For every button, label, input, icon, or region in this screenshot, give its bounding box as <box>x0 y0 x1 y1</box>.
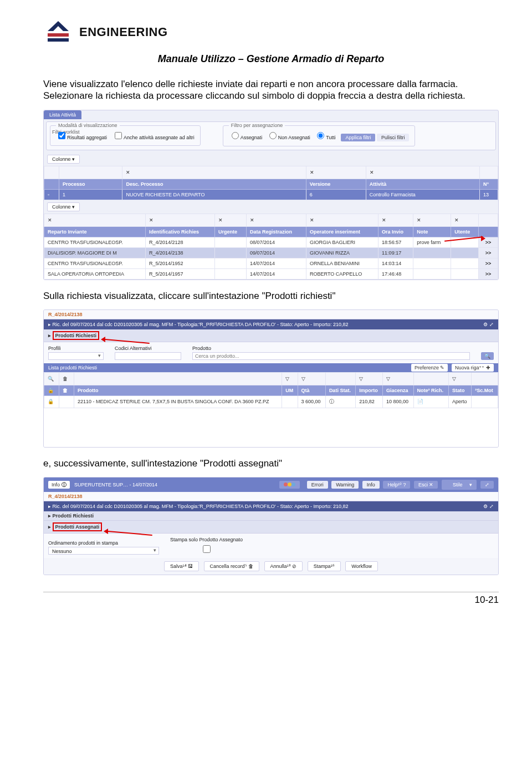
paragraph-1: Viene visualizzato l'elenco delle richie… <box>43 78 499 102</box>
col-desc[interactable]: Desc. Processo <box>122 179 306 189</box>
col-utente[interactable]: Utente <box>451 226 479 237</box>
tab-prodotti-richiesti[interactable]: ▸ Prodotti Richiesti <box>44 511 498 521</box>
request-header-bar[interactable]: ▸ Ric. del 09/07/2014 dal cdc D201020305… <box>44 319 498 329</box>
action-toolbar: Salva¹⁴ 🖫 Cancella record⁵ 🗑 Annulla¹⁸ ⊘… <box>44 558 498 575</box>
request-header-bar[interactable]: ▸ Ric. del 09/07/2014 dal cdc D201020305… <box>44 501 498 511</box>
info-icon[interactable]: ⓘ <box>325 395 355 408</box>
help-button[interactable]: Help¹⁰ ? <box>383 481 410 489</box>
label-prodotto: Prodotto <box>192 346 470 351</box>
save-button[interactable]: Salva¹⁴ 🖫 <box>164 561 199 571</box>
breadcrumb[interactable]: R_4/2014/2138 <box>44 492 498 501</box>
col-data[interactable]: Data Registrazion <box>247 226 306 237</box>
clear-filters-button[interactable]: Pulisci filtri <box>377 134 410 141</box>
screenshot-worklist: Lista Attività Filtri worklist Modalità … <box>43 110 499 280</box>
profili-select[interactable] <box>48 352 104 360</box>
status-dots <box>279 481 300 489</box>
user-label: SUPERUTENTE SUP… - 14/07/2014 <box>74 482 157 488</box>
col-stato[interactable]: Stato <box>448 385 471 395</box>
table-row[interactable]: CENTRO TRASFUSIONALEOSP.R_5/2014/1952 14… <box>44 258 498 268</box>
red-arrow-icon <box>101 333 151 338</box>
page-number: 10-21 <box>43 592 499 606</box>
col-n[interactable]: N° <box>480 179 498 189</box>
open-row-arrow-icon[interactable]: >> <box>479 258 498 268</box>
list-title: Lista prodotti Richiesti <box>48 365 97 370</box>
products-table: 🔍🗑▽▽▽▽▽ 🔒🗑 Prodotto UM Qtà Dati Stat. Im… <box>44 372 498 408</box>
col-prodotto[interactable]: Prodotto <box>74 385 282 395</box>
col-attivita[interactable]: Attività <box>366 179 479 189</box>
doc-header: ENGINEERING <box>43 20 499 44</box>
note-icon[interactable]: 📄 <box>413 395 448 408</box>
col-note[interactable]: Note <box>413 226 451 237</box>
breadcrumb[interactable]: R_4/2014/2138 <box>44 310 498 319</box>
errori-button[interactable]: Errori <box>307 481 328 489</box>
style-button[interactable]: Stile ▾ <box>442 480 477 490</box>
search-icon[interactable]: 🔍 <box>481 352 494 360</box>
table-row[interactable]: SALA OPERATORIA ORTOPEDIAR_5/2014/1957 1… <box>44 268 498 279</box>
col-dati[interactable]: Dati Stat. <box>325 385 355 395</box>
exit-button[interactable]: Esci ✕ <box>414 481 438 489</box>
expand-icon[interactable]: ⤢ <box>480 481 494 489</box>
label-ord: Ordinamento prodotti in stampa <box>48 540 159 546</box>
col-importo[interactable]: Importo <box>356 385 383 395</box>
screenshot-prodotti-assegnati: Info ⓘ SUPERUTENTE SUP… - 14/07/2014 Err… <box>43 477 499 575</box>
col-giacenza[interactable]: Giacenza <box>383 385 414 395</box>
warning-button[interactable]: Warning <box>331 481 359 489</box>
col-versione[interactable]: Versione <box>306 179 366 189</box>
radio-non-assegnati[interactable]: Non Assegnati <box>267 135 310 140</box>
preferences-button[interactable]: Preferenze ✎ <box>411 364 448 372</box>
label-profili: Profili <box>48 346 104 351</box>
info-button[interactable]: Info ⓘ <box>48 481 70 489</box>
cancel-button[interactable]: Annulla¹⁸ ⊘ <box>264 561 303 571</box>
open-row-arrow-icon[interactable]: >> <box>479 237 498 247</box>
red-arrow-icon <box>104 525 154 530</box>
open-row-arrow-icon[interactable]: >> <box>479 268 498 279</box>
col-processo[interactable]: Processo <box>59 179 122 189</box>
radio-tutti[interactable]: Tutti <box>314 135 335 140</box>
document-title: Manuale Utilizzo – Gestione Armadio di R… <box>43 53 499 65</box>
company-logo <box>43 20 74 44</box>
process-table: ✕✕✕ Processo Desc. Processo Versione Att… <box>44 166 498 200</box>
table-row[interactable]: CENTRO TRASFUSIONALEOSP.R_4/2014/2128 08… <box>44 237 498 247</box>
assign-legend: Filtro per assegnazione <box>229 123 285 128</box>
columns-button-2[interactable]: Colonne ▾ <box>47 202 80 211</box>
info-tab-button[interactable]: Info <box>362 481 380 489</box>
radio-assegnati[interactable]: Assegnati <box>229 135 263 140</box>
mode-legend: Modalità di visualizzazione <box>56 123 120 128</box>
lock-icon: 🔒 <box>44 395 59 408</box>
table-row[interactable]: 🔒 22110 - MEDICAZ STERILE CM. 7,5X7,5 IN… <box>44 395 498 408</box>
tab-prodotti-assegnati[interactable]: ▸ Prodotti Assegnati <box>44 521 498 534</box>
prodotto-search-input[interactable] <box>192 352 470 360</box>
gear-icon[interactable]: ⚙ ⤢ <box>483 504 494 509</box>
codici-input[interactable] <box>115 352 181 360</box>
delete-button[interactable]: Cancella record⁵ 🗑 <box>204 561 260 571</box>
apply-filters-button[interactable]: Applica filtri <box>341 134 375 141</box>
columns-button[interactable]: Colonne ▾ <box>47 155 80 164</box>
checkbox-aggregati[interactable]: Risultati aggregati <box>56 135 107 140</box>
tab-lista-attivita[interactable]: Lista Attività <box>44 110 81 119</box>
col-op[interactable]: Operatore inseriment <box>306 226 378 237</box>
print-button[interactable]: Stampa¹⁶ <box>308 561 341 571</box>
label-stampa-solo: Stampa solo Prodotto Assegnato <box>170 537 243 542</box>
col-scmot[interactable]: ²Sc.Mot <box>472 385 498 395</box>
table-row[interactable]: DIALISIOSP. MAGGIORE DI MR_4/2014/2138 0… <box>44 247 498 258</box>
col-ora[interactable]: Ora Invio <box>378 226 413 237</box>
new-row-button[interactable]: Nuova riga⁺⁺ ✚ <box>452 364 494 372</box>
col-urg[interactable]: Urgente <box>215 226 247 237</box>
col-id[interactable]: Identificativo Richies <box>146 226 215 237</box>
stampa-solo-checkbox[interactable] <box>172 545 241 553</box>
col-noterich[interactable]: Note² Rich. <box>413 385 448 395</box>
label-codici: Codici Alternativi <box>115 346 181 351</box>
paragraph-3: Sulla richiesta visualizzata, cliccare s… <box>43 290 499 302</box>
ord-select[interactable]: Nessuno <box>48 547 159 555</box>
gear-icon[interactable]: ⚙ ⤢ <box>483 322 494 327</box>
requests-table: ✕✕✕✕✕✕✕✕ Reparto Inviante Identificativo… <box>44 214 498 280</box>
col-um[interactable]: UM <box>282 385 298 395</box>
col-reparto[interactable]: Reparto Inviante <box>44 226 146 237</box>
open-row-arrow-icon[interactable]: >> <box>479 247 498 258</box>
screenshot-prodotti-richiesti: R_4/2014/2138 ▸ Ric. del 09/07/2014 dal … <box>43 309 499 448</box>
paragraph-4: e, successivamente, sull'intestazione "P… <box>43 458 499 469</box>
col-qta[interactable]: Qtà <box>298 385 325 395</box>
checkbox-altre[interactable]: Anche attività assegnate ad altri <box>112 135 195 140</box>
workflow-button[interactable]: Workflow <box>345 561 378 571</box>
tab-prodotti-richiesti[interactable]: ▸ Prodotti Richiesti <box>44 329 498 342</box>
